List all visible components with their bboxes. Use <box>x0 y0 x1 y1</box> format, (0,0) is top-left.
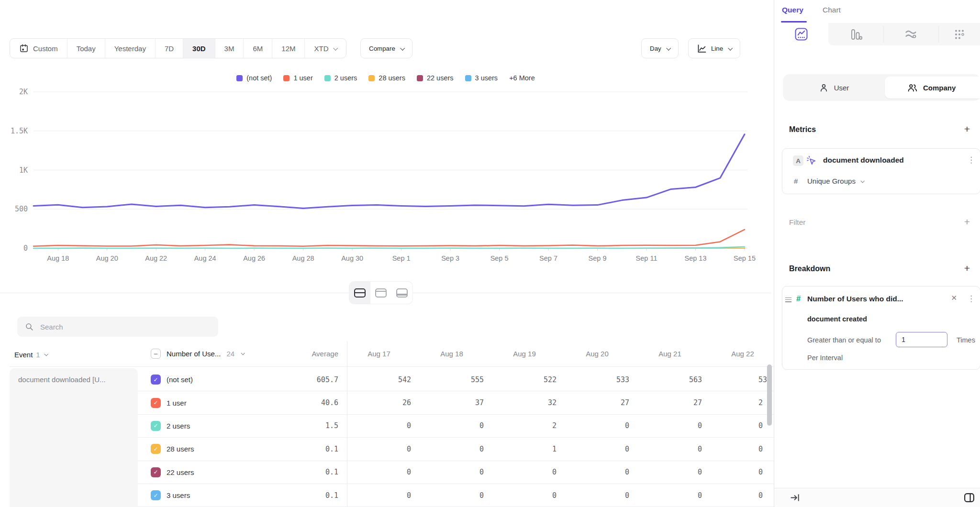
cell-value: 0 <box>711 421 774 430</box>
layout-split-button[interactable] <box>349 282 370 304</box>
search-input[interactable]: Search <box>17 317 218 337</box>
date-column-header: Aug 22 <box>711 350 774 358</box>
legend-item[interactable]: 1 user <box>283 74 312 82</box>
add-metric-button[interactable]: + <box>962 124 972 134</box>
add-breakdown-button[interactable]: + <box>962 264 972 273</box>
series-label[interactable]: (not set) <box>167 375 193 384</box>
series-checkbox[interactable]: ✓ <box>151 490 161 500</box>
average-value: 0.1 <box>268 468 347 476</box>
layout-chart-only-button[interactable] <box>370 282 391 304</box>
compare-button[interactable]: Compare <box>360 38 412 58</box>
series-swatch <box>236 75 243 81</box>
average-value: 605.7 <box>268 375 347 384</box>
series-label[interactable]: 22 users <box>167 468 194 476</box>
event-row-label[interactable]: document downloaded [U... <box>10 368 138 507</box>
cell-value: 0 <box>638 468 711 476</box>
legend-item[interactable]: (not set) <box>236 74 272 82</box>
legend-item[interactable]: 28 users <box>368 74 405 82</box>
chart-type-dropdown[interactable]: Line <box>688 38 740 58</box>
legend-more-link[interactable]: +6 More <box>509 74 535 82</box>
series-checkbox[interactable]: ✓ <box>151 444 161 454</box>
split-view-icon <box>354 288 366 298</box>
chart-type-scatter-button[interactable] <box>938 23 980 45</box>
breakdown-condition-label[interactable]: Greater than or equal to <box>807 336 881 344</box>
filter-heading: Filter <box>789 218 805 227</box>
tab-query[interactable]: Query <box>782 6 803 14</box>
cell-value: 32 <box>492 398 565 407</box>
legend-item[interactable]: 2 users <box>324 74 357 82</box>
scope-user-option[interactable]: User <box>783 74 885 101</box>
breakdown-title[interactable]: Number of Users who did... <box>807 295 903 303</box>
series-checkbox[interactable]: ✓ <box>151 398 161 408</box>
range-30d[interactable]: 30D <box>183 39 215 58</box>
series-checkbox[interactable]: ✓ <box>151 467 161 477</box>
line-chart-icon <box>795 28 808 41</box>
metric-letter-badge: A <box>793 155 803 166</box>
series-label[interactable]: 2 users <box>167 422 190 430</box>
range-custom[interactable]: Custom <box>10 39 67 58</box>
user-icon <box>819 83 829 93</box>
series-swatch <box>324 75 331 81</box>
range-3m[interactable]: 3M <box>215 39 244 58</box>
range-6m[interactable]: 6M <box>243 39 272 58</box>
svg-text:Aug 20: Aug 20 <box>96 254 118 262</box>
cell-value: 522 <box>492 375 565 384</box>
drag-handle-icon[interactable] <box>785 296 791 303</box>
range-today[interactable]: Today <box>67 39 105 58</box>
range-12m[interactable]: 12M <box>272 39 304 58</box>
search-placeholder: Search <box>40 323 63 331</box>
aggregation-dropdown[interactable]: Unique Groups <box>807 177 864 185</box>
flow-icon <box>904 28 917 41</box>
vertical-scrollbar[interactable] <box>767 364 772 426</box>
date-column-header: Aug 21 <box>638 350 711 358</box>
legend-item[interactable]: 3 users <box>465 74 498 82</box>
range-7d[interactable]: 7D <box>155 39 183 58</box>
breakdown-menu-button[interactable]: ⋮ <box>967 294 975 304</box>
breakdown-value-input[interactable] <box>896 332 947 347</box>
average-value: 0.1 <box>268 491 347 500</box>
select-all-checkbox[interactable]: − <box>151 349 161 359</box>
series-label[interactable]: 3 users <box>167 491 190 499</box>
interval-dropdown[interactable]: Day <box>641 38 679 58</box>
breakdown-event-name[interactable]: document created <box>807 315 867 323</box>
add-filter-button[interactable]: + <box>962 217 972 227</box>
layout-table-only-button[interactable] <box>391 282 412 304</box>
series-label[interactable]: 1 user <box>167 399 187 407</box>
table-header-row: − Number of Use... 24 Average Aug 17 Aug… <box>138 345 774 362</box>
scope-company-option[interactable]: Company <box>885 77 980 99</box>
cell-value: 555 <box>420 375 492 384</box>
scatter-icon <box>953 28 966 41</box>
metric-name[interactable]: document downloaded <box>823 156 904 165</box>
date-column-header: Aug 19 <box>492 350 565 358</box>
line-chart-icon <box>697 44 707 54</box>
metric-menu-button[interactable]: ⋮ <box>967 155 975 165</box>
table-header-separator <box>10 366 774 367</box>
series-checkbox[interactable]: ✓ <box>151 421 161 431</box>
search-icon <box>25 322 34 331</box>
legend-item[interactable]: 22 users <box>417 74 454 82</box>
svg-text:500: 500 <box>15 205 28 213</box>
svg-text:2K: 2K <box>19 88 28 96</box>
group-column-header[interactable]: Number of Use... <box>167 350 221 358</box>
chart-type-bar-button[interactable] <box>828 23 883 45</box>
series-checkbox[interactable]: ✓ <box>151 375 161 385</box>
tab-chart[interactable]: Chart <box>823 6 841 14</box>
chart-type-line-button[interactable] <box>774 23 828 45</box>
range-xtd[interactable]: XTD <box>304 39 346 58</box>
series-label[interactable]: 28 users <box>167 445 194 453</box>
svg-text:Sep 3: Sep 3 <box>441 254 459 262</box>
svg-text:Aug 24: Aug 24 <box>194 254 216 262</box>
table-row: ✓ 28 users 0.1 0 0 1 0 0 0 <box>138 438 774 461</box>
breakdown-per-interval-label[interactable]: Per Interval <box>807 354 843 362</box>
side-panel-toggle-button[interactable] <box>963 492 975 504</box>
event-column-header[interactable]: Event 1 <box>14 349 47 360</box>
average-column-header[interactable]: Average <box>268 350 347 358</box>
chart-type-flow-button[interactable] <box>883 23 938 45</box>
cell-value: 0 <box>711 468 774 476</box>
range-yesterday[interactable]: Yesterday <box>105 39 155 58</box>
chevron-down-icon <box>728 45 733 50</box>
collapse-panel-button[interactable] <box>790 492 801 503</box>
svg-text:Aug 30: Aug 30 <box>341 254 363 262</box>
close-icon[interactable]: ✕ <box>951 294 957 302</box>
cell-value: 0 <box>638 445 711 453</box>
